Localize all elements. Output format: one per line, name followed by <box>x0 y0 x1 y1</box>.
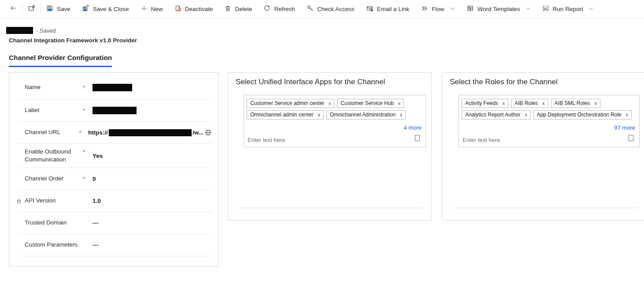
field-row-api-version: API Version 1.0 <box>19 190 212 212</box>
box-glyph-icon[interactable] <box>415 135 420 141</box>
back-button[interactable] <box>4 0 22 18</box>
apps-tag-input[interactable]: Customer Service admin center x Customer… <box>244 95 426 147</box>
field-value-channel-url[interactable]: https:// /w... <box>88 129 212 136</box>
field-row-trusted-domain: Trusted Domain --- <box>19 212 212 234</box>
unified-interface-apps-panel: Select Unified Interface Apps for the Ch… <box>228 72 432 221</box>
apps-text-placeholder[interactable]: Enter text here <box>248 137 285 143</box>
roles-text-placeholder[interactable]: Enter text here <box>463 137 500 143</box>
field-label-label: Label <box>19 106 83 114</box>
field-row-name: Name * <box>19 75 212 100</box>
app-tag-label: Customer Service Hub <box>341 100 394 107</box>
field-row-custom-parameters: Custom Parameters --- <box>19 234 212 256</box>
tag-remove-icon[interactable]: x <box>503 100 505 107</box>
field-label-channel-order: Channel Order <box>19 175 83 183</box>
run-report-icon <box>542 5 549 13</box>
panel-separator <box>453 208 638 208</box>
check-access-button-label: Check Access <box>317 6 355 12</box>
popout-icon <box>28 4 35 14</box>
chevron-down-icon <box>450 6 455 12</box>
role-tag-label: AIB Roles <box>514 100 538 107</box>
run-report-button-label: Run Report <box>553 6 583 12</box>
app-tag[interactable]: Omnichannel Administration x <box>326 110 406 120</box>
tag-remove-icon[interactable]: x <box>400 112 402 118</box>
flow-icon <box>421 5 428 13</box>
delete-button[interactable]: Delete <box>218 0 258 18</box>
field-value-enable-outbound-communication[interactable]: Yes <box>93 153 212 159</box>
email-link-icon <box>366 5 374 13</box>
tag-remove-icon[interactable]: x <box>542 100 544 107</box>
entity-type-label: Channel Integration Framework v1.0 Provi… <box>9 37 137 44</box>
new-plus-icon <box>141 5 148 13</box>
save-icon <box>46 5 53 13</box>
word-templates-icon <box>466 5 474 13</box>
deactivate-button-label: Deactivate <box>185 6 213 12</box>
app-window: Save Save & Close New Deactivate Delete <box>0 0 644 288</box>
field-value-api-version: 1.0 <box>93 198 212 204</box>
flow-button[interactable]: Flow <box>415 0 461 18</box>
tag-remove-icon[interactable]: x <box>594 100 596 107</box>
popout-button[interactable] <box>22 0 40 18</box>
save-button[interactable]: Save <box>41 0 76 18</box>
new-button-label: New <box>151 6 163 12</box>
role-tag[interactable]: AIB SML Roles x <box>551 99 600 108</box>
roles-tag-input[interactable]: Activity Feeds x AIB Roles x AIB SML Rol… <box>459 95 640 147</box>
app-tag[interactable]: Customer Service Hub x <box>337 99 404 108</box>
apps-more-link[interactable]: 4 more <box>404 125 422 131</box>
command-bar: Save Save & Close New Deactivate Delete <box>0 0 644 18</box>
field-value-name[interactable] <box>93 84 212 91</box>
tag-remove-icon[interactable]: x <box>329 100 331 107</box>
chevron-down-icon <box>526 6 531 12</box>
save-and-close-button-label: Save & Close <box>93 6 129 12</box>
run-report-button[interactable]: Run Report <box>537 0 600 18</box>
tag-remove-icon[interactable]: x <box>398 100 400 107</box>
tag-remove-icon[interactable]: x <box>626 112 628 118</box>
refresh-button[interactable]: Refresh <box>258 0 300 18</box>
refresh-icon <box>263 5 270 13</box>
new-button[interactable]: New <box>135 0 169 18</box>
roles-panel-title: Select the Roles for the Channel <box>450 78 558 86</box>
tag-remove-icon[interactable]: x <box>525 112 527 118</box>
role-tag[interactable]: App Deployment Orchestration Role x <box>533 110 632 120</box>
redacted-value-box <box>93 107 137 114</box>
app-tag[interactable]: Customer Service admin center x <box>247 99 334 108</box>
field-value-channel-order[interactable]: 0 <box>93 176 212 182</box>
app-tag-label: Customer Service admin center <box>250 100 324 107</box>
tab-channel-provider-configuration[interactable]: Channel Provider Configuration <box>9 54 112 67</box>
key-icon <box>307 5 314 13</box>
delete-icon <box>224 5 231 13</box>
field-row-label: Label * <box>19 100 212 122</box>
word-templates-button[interactable]: Word Templates <box>461 0 537 18</box>
check-access-button[interactable]: Check Access <box>301 0 360 18</box>
required-asterisk: * <box>79 129 88 136</box>
app-tag[interactable]: Omnichannel admin center x <box>247 110 324 120</box>
role-tag[interactable]: Activity Feeds x <box>462 99 508 108</box>
refresh-button-label: Refresh <box>274 6 295 12</box>
field-value-label[interactable] <box>93 107 212 114</box>
save-button-label: Save <box>57 6 70 12</box>
role-tag[interactable]: Analytics Report Author x <box>462 110 531 120</box>
required-asterisk: * <box>83 84 93 91</box>
field-label-api-version: API Version <box>19 197 83 205</box>
record-title-line: - Saved <box>6 27 56 34</box>
field-row-channel-url: Channel URL * https:// /w... <box>19 122 212 144</box>
apps-panel-title: Select Unified Interface Apps for the Ch… <box>236 78 385 86</box>
field-value-trusted-domain[interactable]: --- <box>93 220 212 226</box>
role-tag-label: Activity Feeds <box>465 100 498 107</box>
roles-more-link[interactable]: 97 more <box>614 125 635 131</box>
role-tag[interactable]: AIB Roles x <box>511 99 548 108</box>
delete-button-label: Delete <box>235 6 252 12</box>
required-asterisk: * <box>83 176 93 182</box>
url-suffix-text: /w... <box>192 129 204 136</box>
chevron-down-icon <box>588 6 594 12</box>
globe-icon[interactable] <box>204 129 212 136</box>
save-status-text: - Saved <box>36 27 56 34</box>
deactivate-button[interactable]: Deactivate <box>169 0 219 18</box>
email-a-link-button-label: Email a Link <box>377 6 410 12</box>
save-and-close-button[interactable]: Save & Close <box>76 0 135 18</box>
field-value-custom-parameters[interactable]: --- <box>93 242 212 248</box>
tag-remove-icon[interactable]: x <box>318 112 320 118</box>
field-label-enable-outbound-communication: Enable Outbound Communication <box>19 148 83 164</box>
field-row-channel-order: Channel Order * 0 <box>19 168 212 190</box>
email-a-link-button[interactable]: Email a Link <box>360 0 415 18</box>
box-glyph-icon[interactable] <box>629 135 633 141</box>
